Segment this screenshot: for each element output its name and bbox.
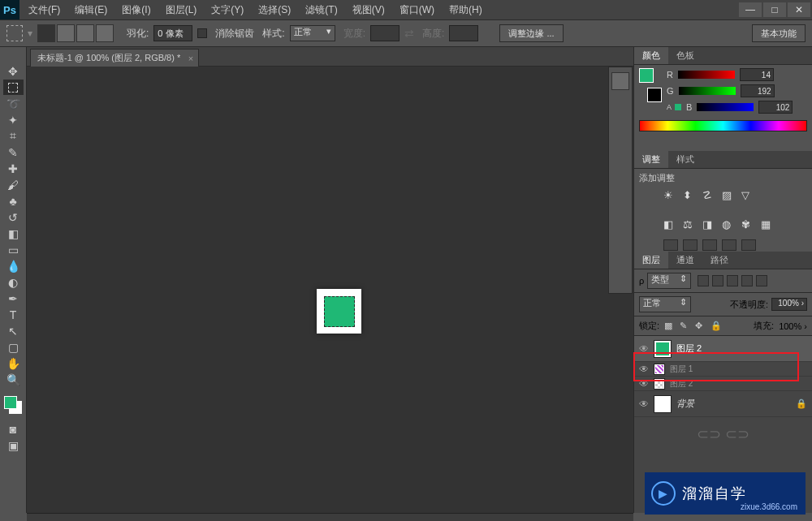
adj-selectivecolor-icon[interactable]	[741, 239, 756, 251]
adj-photofilter-icon[interactable]: ◍	[722, 218, 735, 231]
screenmode-tool[interactable]: ▣	[3, 437, 24, 453]
layer-thumb[interactable]	[654, 395, 672, 413]
adj-threshold-icon[interactable]	[702, 239, 717, 251]
path-select-tool[interactable]: ↖	[3, 323, 24, 338]
bg-swatch-icon[interactable]	[647, 88, 662, 102]
layer-row-layer1[interactable]: 👁 图层 1	[634, 362, 812, 377]
layer-name[interactable]: 背景	[676, 398, 694, 410]
layer-row-layer2-dup[interactable]: 👁 图层 2	[634, 377, 812, 391]
menu-window[interactable]: 窗口(W)	[394, 2, 440, 19]
h-scrollbar[interactable]	[27, 513, 633, 521]
filter-smart-icon[interactable]	[756, 275, 767, 286]
lock-transparent-icon[interactable]: ▩	[664, 321, 675, 331]
sel-add-icon[interactable]	[57, 24, 75, 42]
lasso-tool[interactable]: ➰	[3, 96, 24, 111]
filter-adjust-icon[interactable]	[712, 275, 723, 286]
lock-position-icon[interactable]: ✥	[695, 321, 706, 331]
foreground-color-swatch[interactable]	[4, 396, 17, 409]
feather-input[interactable]	[153, 25, 192, 41]
canvas[interactable]	[27, 67, 633, 513]
brush-tool[interactable]: 🖌	[3, 177, 24, 192]
menu-filter[interactable]: 滤镜(T)	[300, 2, 343, 19]
layer-name[interactable]: 图层 2	[670, 378, 693, 390]
menu-type[interactable]: 文字(Y)	[205, 2, 249, 19]
visibility-icon[interactable]: 👁	[639, 364, 649, 375]
filter-shape-icon[interactable]	[741, 275, 753, 286]
doc-tab[interactable]: 未标题-1 @ 100% (图层 2, RGB/8) * ×	[30, 49, 199, 67]
adj-balance-icon[interactable]: ⚖	[683, 218, 696, 231]
lock-all-icon[interactable]: 🔒	[710, 321, 721, 331]
fill-input[interactable]: 100% ›	[779, 321, 807, 331]
magic-wand-tool[interactable]: ✦	[3, 112, 24, 127]
menu-image[interactable]: 图像(I)	[116, 2, 156, 19]
gradient-tool[interactable]: ▭	[3, 242, 24, 257]
adj-brightness-icon[interactable]: ☀	[663, 189, 676, 202]
adj-bw-icon[interactable]: ◨	[702, 218, 715, 231]
b-slider[interactable]	[697, 103, 754, 111]
menu-edit[interactable]: 编辑(E)	[69, 2, 113, 19]
opacity-input[interactable]: 100% ›	[771, 298, 807, 311]
zoom-tool[interactable]: 🔍	[3, 372, 24, 387]
minimize-button[interactable]: —	[739, 2, 762, 17]
adj-hue-icon[interactable]: ◧	[663, 218, 676, 231]
sel-intersect-icon[interactable]	[96, 24, 114, 42]
layer-name[interactable]: 图层 1	[670, 364, 693, 375]
layer-thumb[interactable]	[654, 340, 672, 358]
close-button[interactable]: ✕	[788, 2, 810, 17]
tab-styles[interactable]: 样式	[668, 151, 702, 168]
layer-row-bg[interactable]: 👁 背景 🔒	[634, 391, 812, 417]
type-tool[interactable]: T	[3, 307, 24, 322]
color-swatch-block[interactable]	[639, 68, 662, 102]
g-input[interactable]	[741, 84, 775, 97]
healing-brush-tool[interactable]: ✚	[3, 161, 24, 176]
move-tool[interactable]: ✥	[3, 63, 24, 79]
hue-strip[interactable]	[639, 120, 807, 131]
shape-tool[interactable]: ▢	[3, 339, 24, 355]
adj-vibrance-icon[interactable]: ▽	[741, 189, 754, 202]
filter-type-icon[interactable]	[727, 275, 738, 286]
eraser-tool[interactable]: ◧	[3, 226, 24, 241]
visibility-icon[interactable]: 👁	[639, 378, 649, 390]
stamp-tool[interactable]: ♣	[3, 193, 24, 209]
r-input[interactable]	[740, 68, 774, 81]
tab-channels[interactable]: 通道	[668, 252, 702, 269]
artboard[interactable]	[317, 289, 361, 334]
current-tool-icon[interactable]	[6, 25, 23, 41]
menu-select[interactable]: 选择(S)	[253, 2, 296, 19]
adj-gradientmap-icon[interactable]	[722, 239, 736, 251]
blend-mode-select[interactable]: 正常 ⇕	[639, 296, 691, 312]
adj-channelmixer-icon[interactable]: ✾	[741, 218, 754, 231]
pen-tool[interactable]: ✒	[3, 291, 24, 306]
lock-pixels-icon[interactable]: ✎	[680, 321, 690, 331]
layer-name[interactable]: 图层 2	[676, 342, 702, 355]
filter-pixel-icon[interactable]	[698, 275, 709, 286]
quickmask-tool[interactable]: ◙	[3, 421, 24, 437]
style-select[interactable]: 正常 ▾	[290, 25, 335, 41]
color-swatches[interactable]	[2, 394, 24, 416]
layer-row-layer2[interactable]: 👁 图层 2	[634, 336, 812, 362]
layer-thumb[interactable]	[654, 364, 665, 375]
tab-adjustments[interactable]: 调整	[634, 151, 668, 168]
antialias-checkbox[interactable]	[197, 28, 207, 38]
sel-subtract-icon[interactable]	[76, 24, 94, 42]
fg-swatch-icon[interactable]	[639, 68, 654, 83]
adj-levels-icon[interactable]: ⬍	[683, 189, 696, 202]
hand-tool[interactable]: ✋	[3, 355, 24, 371]
g-slider[interactable]	[679, 87, 736, 95]
maximize-button[interactable]: □	[763, 2, 786, 17]
close-doc-icon[interactable]: ×	[188, 54, 193, 63]
tab-color[interactable]: 颜色	[634, 47, 668, 64]
menu-file[interactable]: 文件(F)	[23, 2, 66, 19]
adj-curves-icon[interactable]: ☡	[702, 189, 715, 202]
r-slider[interactable]	[678, 71, 735, 79]
b-input[interactable]	[758, 101, 793, 114]
visibility-icon[interactable]: 👁	[639, 343, 649, 355]
refine-edge-button[interactable]: 调整边缘 ...	[499, 24, 563, 42]
menu-help[interactable]: 帮助(H)	[443, 2, 488, 19]
layer-filter-type[interactable]: 类型 ⇕	[647, 273, 691, 289]
collapse-dock-icon[interactable]	[611, 72, 629, 90]
blur-tool[interactable]: 💧	[3, 258, 24, 273]
marquee-tool[interactable]	[3, 80, 24, 95]
dodge-tool[interactable]: ◐	[3, 274, 24, 290]
adj-invert-icon[interactable]	[663, 239, 678, 251]
